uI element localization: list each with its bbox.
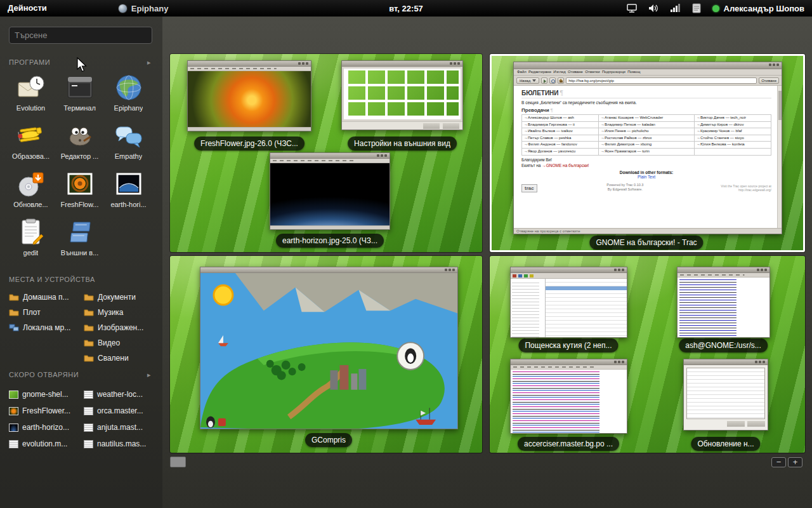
window-caption: Обновление н...	[691, 437, 760, 451]
window-titlebar	[270, 153, 390, 159]
status-bar	[188, 127, 311, 131]
place-music[interactable]: Музика	[84, 305, 143, 320]
remove-workspace-button[interactable]: −	[771, 457, 786, 467]
gnome-bg-link[interactable]: →GNOME на български!	[542, 163, 589, 168]
place-video[interactable]: Видео	[84, 335, 143, 351]
places-column-right: Документи Музика Изображен... Видео Свал…	[84, 290, 143, 366]
window-titlebar	[511, 267, 627, 273]
window-thumb-gimp-earth[interactable]	[270, 152, 390, 230]
app-tile-external-drives[interactable]: Външни в...	[56, 216, 103, 264]
window-thumb-evolution-mail[interactable]	[510, 267, 627, 338]
window-buttons	[776, 64, 779, 66]
place-pictures[interactable]: Изображен...	[84, 320, 143, 335]
home-button[interactable]	[558, 77, 564, 84]
window-thumb-gcompris[interactable]	[200, 267, 458, 429]
folder-icon	[84, 338, 94, 347]
scrollbar[interactable]	[777, 86, 782, 228]
update-list	[686, 368, 765, 419]
app-label: Epiphany	[114, 104, 143, 112]
window-buttons	[622, 361, 624, 363]
forward-button[interactable]	[541, 77, 547, 84]
app-tile-empathy[interactable]: Empathy	[105, 119, 152, 168]
intro-text: В секция „Бюлетини“ са периодичните съоб…	[521, 100, 771, 105]
user-menu[interactable]: Александър Шопов	[712, 4, 804, 13]
app-tile-earth-photo[interactable]: earth-hori...	[105, 168, 152, 216]
document-icon	[84, 391, 93, 399]
add-workspace-button[interactable]: +	[788, 457, 802, 467]
window-thumb-update-manager[interactable]	[683, 359, 768, 431]
app-tile-gcompris[interactable]: Образова...	[8, 119, 55, 168]
app-label: Терминал	[63, 104, 96, 112]
folder-icon	[84, 323, 94, 332]
recent-item[interactable]: weather-loc...	[84, 386, 146, 403]
search-input[interactable]	[9, 27, 152, 44]
activities-button[interactable]: Дейности	[0, 0, 55, 17]
volume-icon[interactable]	[648, 3, 659, 14]
menu-bar	[511, 365, 627, 370]
window-thumb-gimp-freshflower[interactable]	[187, 60, 311, 131]
recent-item[interactable]: earth-horizo...	[9, 419, 70, 436]
address-bar[interactable]: http://fsa-bg.org/project/gtp	[566, 77, 757, 84]
plain-text-link[interactable]: Plain Text	[521, 175, 771, 179]
trac-page: БЮЛЕТИНИ¶ В секция „Бюлетини“ са периоди…	[514, 86, 782, 228]
place-home[interactable]: Домашна п...	[9, 290, 70, 305]
app-tile-gedit[interactable]: gedit	[8, 216, 55, 264]
workspace-switcher-thumb[interactable]	[170, 457, 186, 467]
folder-icon	[84, 354, 94, 363]
app-tile-epiphany[interactable]: Epiphany	[105, 71, 152, 119]
app-menu[interactable]: Epiphany	[112, 4, 175, 13]
menu-bar	[678, 273, 769, 277]
places-header: МЕСТА И УСТРОЙСТВА	[9, 276, 95, 283]
network-signal-icon[interactable]	[669, 3, 681, 14]
recent-item[interactable]: anjuta.mast...	[84, 419, 146, 436]
workspace-1[interactable]: FreshFlower.jpg-26.0 (ЧЗС... Настройки н…	[170, 54, 482, 252]
place-desktop[interactable]: Плот	[9, 305, 70, 320]
back-button[interactable]: Назад	[516, 77, 539, 84]
display-icon[interactable]	[626, 3, 638, 14]
visit-text: Visit the Trac open source project at ht…	[713, 184, 771, 192]
app-tile-evolution[interactable]: Evolution	[8, 71, 55, 119]
clock[interactable]: вт, 22:57	[389, 4, 423, 13]
status-bar	[270, 225, 390, 229]
recent-item[interactable]: nautilus.mas...	[84, 436, 146, 452]
recent-item[interactable]: gnome-shel...	[9, 386, 70, 403]
workspace-2-active[interactable]: Файл Редактиране Изглед Отиване Отметки …	[490, 54, 805, 252]
go-button[interactable]: Отиване	[759, 77, 779, 84]
recent-item[interactable]: orca.master...	[84, 403, 146, 419]
window-titlebar	[188, 61, 311, 67]
app-grid: Evolution Терминал Epiphany Образова... …	[6, 71, 153, 264]
image-thumb-icon	[9, 391, 18, 399]
app-tile-freshflower[interactable]: FreshFlow...	[56, 168, 103, 216]
app-tile-gimp[interactable]: Редактор ...	[56, 119, 103, 168]
reload-button[interactable]	[549, 77, 556, 84]
app-tile-updates[interactable]: Обновле...	[8, 168, 55, 216]
window-thumb-gedit-po-file[interactable]	[510, 359, 627, 434]
selected-message-row	[546, 286, 627, 290]
image-thumb-icon	[9, 407, 18, 415]
recent-item[interactable]: evolution.m...	[9, 436, 70, 452]
window-thumb-terminal[interactable]	[677, 267, 770, 338]
dropdown-caret-icon	[532, 79, 536, 82]
window-caption: GNOME на български! - Trac	[589, 236, 703, 250]
window-thumb-epiphany-trac[interactable]: Файл Редактиране Изглед Отиване Отметки …	[513, 62, 782, 234]
window-buttons	[763, 361, 765, 363]
window-thumb-appearance-settings[interactable]	[341, 60, 463, 130]
place-local-network[interactable]: Локална мр...	[9, 320, 70, 335]
flower-photo-icon	[63, 168, 96, 201]
folder-icon	[9, 308, 19, 317]
notes-tray-icon[interactable]	[691, 3, 702, 14]
app-tile-terminal[interactable]: Терминал	[56, 71, 103, 119]
workspace-4[interactable]: Пощенска кутия (2 неп... ash@GNOME:/usr/…	[490, 256, 805, 453]
place-documents[interactable]: Документи	[84, 290, 143, 305]
workspace-3[interactable]: GCompris	[170, 256, 482, 453]
flower-photo-content	[188, 71, 311, 127]
folder-icon	[9, 293, 19, 302]
programs-expand-icon[interactable]: ▸	[147, 58, 151, 67]
recent-expand-icon[interactable]: ▸	[147, 371, 151, 379]
wallpaper-thumbnails	[344, 69, 461, 119]
place-downloads[interactable]: Свалени	[84, 351, 143, 366]
recent-column-left: gnome-shel... FreshFlower... earth-horiz…	[9, 386, 70, 452]
user-status-dot	[712, 5, 719, 12]
gimp-icon	[63, 119, 96, 152]
recent-item[interactable]: FreshFlower...	[9, 403, 70, 419]
